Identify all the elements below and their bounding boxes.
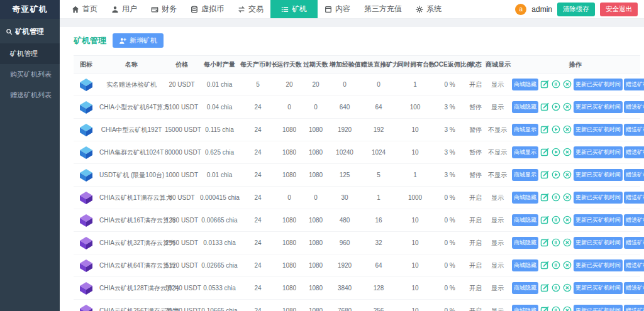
close-icon[interactable] <box>563 80 572 89</box>
edit-icon[interactable] <box>540 283 549 292</box>
gift-miner-button[interactable]: 赠送矿机 <box>624 259 644 271</box>
update-time-button[interactable]: 更新已买矿机时间 <box>574 305 623 311</box>
row-actions: 商城隐藏更新已买矿机时间赠送矿机 <box>510 232 640 254</box>
gift-miner-button[interactable]: 赠送矿机 <box>624 192 644 204</box>
cell-price: 10240 USDT <box>164 277 199 300</box>
nav-item-users[interactable]: 用户 <box>104 0 144 18</box>
shop-toggle-button[interactable]: 商城隐藏 <box>512 259 538 271</box>
edit-icon[interactable] <box>540 261 549 270</box>
nav-item-miner[interactable]: 矿机 <box>270 0 318 18</box>
play-icon[interactable] <box>552 102 560 111</box>
close-icon[interactable] <box>563 238 572 247</box>
clear-cache-button[interactable]: 清除缓存 <box>557 3 595 16</box>
pause-icon[interactable] <box>552 261 560 270</box>
sidebar-item-购买矿机列表[interactable]: 购买矿机列表 <box>0 64 60 85</box>
cell-gift_power: 32 <box>360 232 397 254</box>
logout-button[interactable]: 安全退出 <box>600 3 638 16</box>
shop-toggle-button[interactable]: 商城隐藏 <box>512 192 538 204</box>
edit-icon[interactable] <box>540 80 549 89</box>
update-time-button[interactable]: 更新已买矿机时间 <box>574 101 623 113</box>
close-icon[interactable] <box>563 306 572 311</box>
close-icon[interactable] <box>563 261 572 270</box>
cell-max_owned: 10 <box>397 141 433 164</box>
cell-max_owned: 1 <box>397 74 433 96</box>
update-time-button[interactable]: 更新已买矿机时间 <box>574 214 623 226</box>
nav-item-trade[interactable]: 交易 <box>231 0 270 18</box>
cell-status: 开启 <box>466 232 485 254</box>
gift-miner-button[interactable]: 赠送矿机 <box>624 214 644 226</box>
update-time-button[interactable]: 更新已买矿机时间 <box>574 282 623 294</box>
row-actions: 商城隐藏更新已买矿机时间赠送矿机 <box>510 96 640 119</box>
gift-miner-button[interactable]: 赠送矿机 <box>624 282 644 294</box>
edit-icon[interactable] <box>540 193 549 202</box>
edit-icon[interactable] <box>540 148 549 156</box>
shop-toggle-button[interactable]: 商城隐藏 <box>512 282 538 294</box>
pause-icon[interactable] <box>552 80 560 89</box>
nav-item-thirdparty[interactable]: 第三方充值 <box>357 0 409 18</box>
update-time-button[interactable]: 更新已买矿机时间 <box>574 237 623 249</box>
edit-icon[interactable] <box>540 238 549 247</box>
play-icon[interactable] <box>552 125 560 134</box>
sidebar-item-矿机管理[interactable]: 矿机管理 <box>0 43 60 64</box>
edit-icon[interactable] <box>540 216 549 224</box>
update-time-button[interactable]: 更新已买矿机时间 <box>574 192 623 204</box>
close-icon[interactable] <box>563 148 572 156</box>
shop-toggle-button[interactable]: 商城显示 <box>512 124 538 136</box>
pause-icon[interactable] <box>552 283 560 292</box>
edit-icon[interactable] <box>540 102 549 111</box>
close-icon[interactable] <box>563 102 572 111</box>
edit-icon[interactable] <box>540 306 549 311</box>
close-icon[interactable] <box>563 216 572 224</box>
update-time-button[interactable]: 更新已买矿机时间 <box>574 169 623 181</box>
update-time-button[interactable]: 更新已买矿机时间 <box>574 146 623 158</box>
nav-item-vcoin[interactable]: 虚拟币 <box>184 0 231 18</box>
cell-price: 80000 USDT <box>164 141 199 164</box>
gift-miner-button[interactable]: 赠送矿机 <box>624 124 644 136</box>
shop-toggle-button[interactable]: 商城隐藏 <box>512 305 538 311</box>
column-header-10: OCE返佣比例 <box>433 56 466 74</box>
gift-miner-button[interactable]: 赠送矿机 <box>624 169 644 181</box>
shop-toggle-button[interactable]: 商城隐藏 <box>512 214 538 226</box>
pause-icon[interactable] <box>552 306 560 311</box>
nav-item-finance[interactable]: 财务 <box>144 0 184 18</box>
cell-gift_power: 128 <box>360 277 397 300</box>
cell-icon <box>74 254 99 277</box>
pause-icon[interactable] <box>552 216 560 224</box>
play-icon[interactable] <box>552 148 560 156</box>
shop-toggle-button[interactable]: 商城显示 <box>512 169 538 181</box>
shop-toggle-button[interactable]: 商城隐藏 <box>512 237 538 249</box>
update-time-button[interactable]: 更新已买矿机时间 <box>574 79 623 90</box>
avatar[interactable]: a <box>515 4 526 15</box>
update-time-button[interactable]: 更新已买矿机时间 <box>574 259 623 271</box>
sidebar-item-赠送矿机列表[interactable]: 赠送矿机列表 <box>0 85 60 106</box>
edit-icon[interactable] <box>540 170 549 179</box>
shop-toggle-button[interactable]: 商城显示 <box>512 146 538 158</box>
play-icon[interactable] <box>552 170 560 179</box>
username[interactable]: admin <box>531 5 552 14</box>
add-miner-button[interactable]: 新增矿机 <box>113 33 164 48</box>
cell-hourly_output: 0.10665 chia <box>199 300 240 311</box>
edit-icon[interactable] <box>540 125 549 134</box>
nav-item-system[interactable]: 系统 <box>409 0 448 18</box>
gift-miner-button[interactable]: 赠送矿机 <box>624 146 644 158</box>
shop-toggle-button[interactable]: 商城隐藏 <box>512 79 538 90</box>
cell-shop_visible: 显示 <box>485 187 510 209</box>
nav-item-content[interactable]: 内容 <box>318 0 357 18</box>
close-icon[interactable] <box>563 283 572 292</box>
nav-item-home[interactable]: 首页 <box>65 0 104 18</box>
pause-icon[interactable] <box>552 193 560 202</box>
gift-miner-button[interactable]: 赠送矿机 <box>624 101 644 113</box>
shop-toggle-button[interactable]: 商城隐藏 <box>512 101 538 113</box>
close-icon[interactable] <box>563 125 572 134</box>
close-icon[interactable] <box>563 193 572 202</box>
cell-icon <box>74 300 99 311</box>
cell-status: 暂停 <box>466 119 485 141</box>
pause-icon[interactable] <box>552 238 560 247</box>
gift-miner-button[interactable]: 赠送矿机 <box>624 305 644 311</box>
cell-name: CHIA云矿机128T满存云算力 <box>99 277 164 300</box>
gift-miner-button[interactable]: 赠送矿机 <box>624 79 644 90</box>
cell-hourly_output: 0.000415 chia <box>199 187 240 209</box>
gift-miner-button[interactable]: 赠送矿机 <box>624 237 644 249</box>
close-icon[interactable] <box>563 170 572 179</box>
update-time-button[interactable]: 更新已买矿机时间 <box>574 124 623 136</box>
